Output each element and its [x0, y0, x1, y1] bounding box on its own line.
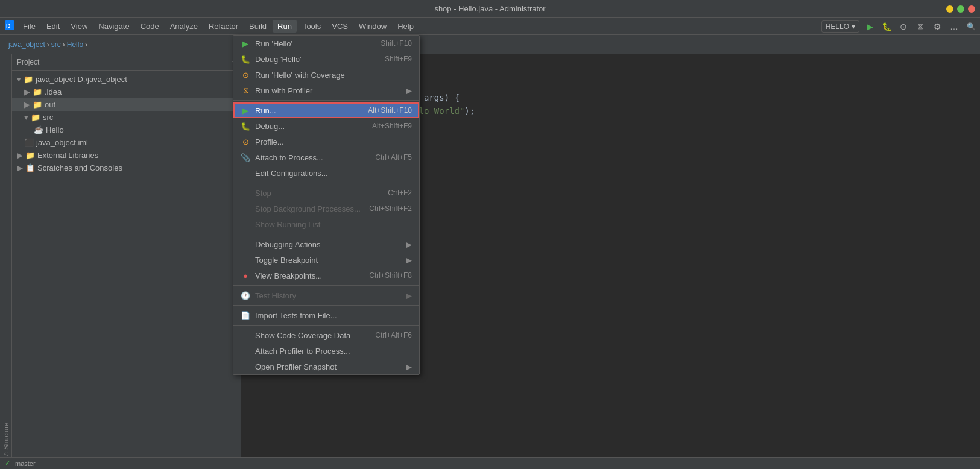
- tree-item-src[interactable]: ▾ 📁 src: [12, 111, 241, 124]
- git-branch: master: [15, 460, 36, 467]
- settings-icon[interactable]: ⚙: [931, 20, 944, 33]
- clock-icon: 🕐: [241, 291, 250, 300]
- menu-build[interactable]: Build: [244, 20, 271, 33]
- maximize-btn[interactable]: [957, 5, 964, 13]
- tree-item-out[interactable]: ▶ 📁 out: [12, 98, 241, 111]
- menu-debug-dialog[interactable]: 🐛 Debug... Alt+Shift+F9: [233, 118, 419, 134]
- menu-vcs[interactable]: VCS: [327, 20, 353, 33]
- stop-icon: [241, 188, 250, 198]
- menu-analyze[interactable]: Analyze: [165, 20, 203, 33]
- arrow-icon: ▶: [406, 256, 412, 265]
- shortcut-label: Alt+Shift+F9: [372, 122, 412, 130]
- separator-6: [233, 325, 419, 326]
- tree-item-ext-libs[interactable]: ▶ 📁 External Libraries: [12, 149, 241, 162]
- minimize-btn[interactable]: [946, 5, 953, 13]
- separator-5: [233, 305, 419, 306]
- menu-run-hello[interactable]: ▶ Run 'Hello' Shift+F10: [233, 36, 419, 51]
- more-btn[interactable]: …: [947, 20, 961, 33]
- menu-run-profiler[interactable]: ⧖ Run with Profiler ▶: [233, 83, 419, 98]
- menu-label: Debug 'Hello': [255, 55, 302, 64]
- run-config[interactable]: HELLO ▾: [821, 20, 859, 33]
- menu-open-profiler-snapshot[interactable]: Open Profiler Snapshot ▶: [233, 359, 419, 374]
- menu-label: Stop: [255, 189, 271, 198]
- menu-attach-profiler[interactable]: Attach Profiler to Process...: [233, 343, 419, 359]
- breakpoint-icon: ●: [241, 271, 250, 280]
- coverage-btn[interactable]: ⊙: [897, 20, 910, 33]
- arrow-icon: ▶: [406, 240, 412, 249]
- tree-label: .idea: [45, 87, 62, 96]
- menu-stop-bg: Stop Background Processes... Ctrl+Shift+…: [233, 201, 419, 216]
- separator-3: [233, 234, 419, 234]
- app-logo[interactable]: IJ: [2, 19, 17, 33]
- menu-stop: Stop Ctrl+F2: [233, 185, 419, 201]
- debug-run-btn[interactable]: 🐛: [880, 20, 893, 33]
- profile-btn[interactable]: ⧖: [914, 20, 927, 33]
- folder-icon: 📁: [25, 151, 35, 160]
- menu-run[interactable]: Run: [273, 20, 297, 33]
- tree-item-idea[interactable]: ▶ 📁 .idea: [12, 86, 241, 98]
- tree-label: Hello: [46, 125, 64, 134]
- coverage-data-icon: [241, 330, 250, 340]
- shortcut-label: Ctrl+F2: [388, 189, 412, 197]
- toolbar: java_object › src › Hello ›: [0, 35, 980, 54]
- menu-label: Attach Profiler to Process...: [255, 347, 350, 356]
- sidebar: Project ▾ ▾ 📁 java_object D:\java_object…: [12, 54, 241, 469]
- chevron-down-icon: ▾: [852, 22, 855, 31]
- tree-item-scratches[interactable]: ▶ 📋 Scratches and Consoles: [12, 162, 241, 174]
- tree-item-hello[interactable]: ☕ Hello: [12, 124, 241, 136]
- menu-label: Run 'Hello' with Coverage: [255, 71, 345, 80]
- play-icon: ▶: [241, 39, 250, 48]
- menu-code[interactable]: Code: [136, 20, 164, 33]
- menu-label: Debug...: [255, 122, 285, 131]
- stop-bg-icon: [241, 204, 250, 213]
- menu-label: Show Running List: [255, 220, 320, 229]
- menu-edit-configs[interactable]: Edit Configurations...: [233, 165, 419, 181]
- menu-label: Toggle Breakpoint: [255, 256, 318, 265]
- menu-show-coverage[interactable]: Show Code Coverage Data Ctrl+Alt+F6: [233, 327, 419, 343]
- menu-file[interactable]: File: [18, 20, 40, 33]
- menu-debug-hello[interactable]: 🐛 Debug 'Hello' Shift+F9: [233, 51, 419, 67]
- menu-window[interactable]: Window: [354, 20, 391, 33]
- menu-refactor[interactable]: Refactor: [204, 20, 243, 33]
- menu-attach-process[interactable]: 📎 Attach to Process... Ctrl+Alt+F5: [233, 150, 419, 165]
- title-bar: shop - Hello.java - Administrator: [0, 0, 980, 18]
- profile-icon: ⊙: [241, 137, 250, 146]
- shortcut-label: Alt+Shift+F10: [368, 106, 412, 115]
- running-icon: [241, 219, 250, 229]
- import-icon: 📄: [241, 310, 250, 320]
- search-icon[interactable]: 🔍: [964, 20, 978, 33]
- menu-label: Test History: [255, 291, 296, 300]
- breadcrumb-path: java_object: [8, 40, 45, 49]
- menu-label: Stop Background Processes...: [255, 204, 361, 213]
- tree-item-java-object[interactable]: ▾ 📁 java_object D:\java_object: [12, 73, 241, 86]
- tree-item-iml[interactable]: ⬛ java_object.iml: [12, 136, 241, 149]
- expand-icon: ▶: [24, 87, 30, 96]
- menu-tools[interactable]: Tools: [298, 20, 326, 33]
- separator-1: [233, 100, 419, 101]
- menu-import-tests[interactable]: 📄 Import Tests from File...: [233, 307, 419, 323]
- shortcut-label: Ctrl+Shift+F8: [369, 271, 412, 280]
- menu-debugging-actions[interactable]: Debugging Actions ▶: [233, 236, 419, 252]
- menu-run-coverage[interactable]: ⊙ Run 'Hello' with Coverage: [233, 67, 419, 83]
- run-btn[interactable]: ▶: [863, 20, 876, 33]
- menu-profile-dialog[interactable]: ⊙ Profile...: [233, 134, 419, 150]
- run-dropdown-menu: ▶ Run 'Hello' Shift+F10 🐛 Debug 'Hello' …: [233, 35, 420, 375]
- structure-panel-label[interactable]: 7: Structure: [2, 423, 10, 457]
- menu-help[interactable]: Help: [393, 20, 419, 33]
- menu-toggle-breakpoint[interactable]: Toggle Breakpoint ▶: [233, 252, 419, 268]
- menu-view[interactable]: View: [66, 20, 92, 33]
- profiler-snapshot-icon: [241, 362, 250, 371]
- breadcrumb: java_object › src › Hello ›: [5, 39, 91, 50]
- menu-label: Run...: [255, 106, 276, 115]
- arrow-icon: ▶: [406, 291, 412, 300]
- menu-label: Import Tests from File...: [255, 311, 337, 320]
- play-icon: ▶: [241, 105, 250, 115]
- window-title: shop - Hello.java - Administrator: [434, 4, 545, 13]
- menu-navigate[interactable]: Navigate: [93, 20, 134, 33]
- close-btn[interactable]: [968, 5, 975, 13]
- menu-run-dialog[interactable]: ▶ Run... Alt+Shift+F10: [233, 102, 419, 118]
- attach-profiler-icon: [241, 346, 250, 356]
- separator-4: [233, 285, 419, 286]
- menu-edit[interactable]: Edit: [42, 20, 65, 33]
- menu-view-breakpoints[interactable]: ● View Breakpoints... Ctrl+Shift+F8: [233, 268, 419, 283]
